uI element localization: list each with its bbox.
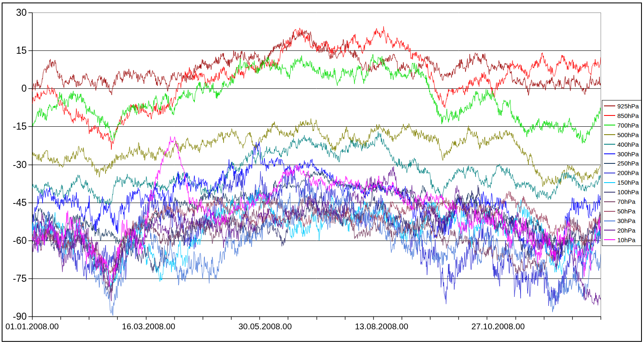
legend-item-200hPa: 200hPa [604,168,641,178]
legend-item-700hPa: 700hPa [604,120,641,130]
legend-item-500hPa: 500hPa [604,130,641,139]
legend-item-100hPa: 100hPa [604,188,641,197]
legend-label: 20hPa [617,227,635,234]
x-axis-tick-label: 27.10.2008.00 [456,322,540,331]
x-axis-tick-label: 13.08.2008.00 [340,322,423,331]
legend-item-50hPa: 50hPa [604,207,641,216]
legend-item-20hPa: 20hPa [604,226,641,235]
y-axis-tick-label: 15 [0,45,27,55]
legend-label: 850hPa [617,112,639,119]
legend-line-swatch [604,239,615,240]
legend: 925hPa850hPa700hPa500hPa400hPa300hPa250h… [602,100,641,246]
legend-line-swatch [604,153,615,154]
legend-line-swatch [604,230,615,231]
plot-canvas [0,0,644,346]
legend-label: 30hPa [617,217,635,224]
legend-item-10hPa: 10hPa [604,235,641,244]
legend-label: 70hPa [617,198,635,205]
legend-label: 300hPa [617,150,639,158]
legend-label: 400hPa [617,141,639,148]
legend-line-swatch [604,144,615,145]
legend-line-swatch [604,211,615,212]
legend-label: 250hPa [617,160,639,167]
x-axis-tick-label: 01.01.2008.00 [0,322,74,331]
temperature-time-series-chart: 30150-15-30-45-60-75-90 01.01.2008.0016.… [0,0,644,346]
legend-line-swatch [604,115,615,116]
y-axis-tick-label: 30 [0,8,27,18]
legend-line-swatch [604,201,615,202]
legend-line-swatch [604,173,615,173]
legend-item-925hPa: 925hPa [604,101,641,110]
legend-label: 100hPa [617,188,639,196]
x-axis-tick-label: 30.05.2008.00 [224,322,307,331]
legend-item-250hPa: 250hPa [604,159,641,168]
legend-label: 50hPa [617,208,635,215]
legend-item-70hPa: 70hPa [604,197,641,206]
legend-item-30hPa: 30hPa [604,216,641,226]
legend-label: 10hPa [617,236,635,243]
y-axis-tick-label: -75 [0,273,27,283]
legend-label: 700hPa [617,122,639,129]
legend-line-swatch [604,182,615,183]
legend-line-swatch [604,221,615,221]
legend-line-swatch [604,192,615,193]
y-axis-tick-label: -90 [0,311,27,321]
legend-line-swatch [604,125,615,125]
y-axis-tick-label: -45 [0,198,27,208]
legend-line-swatch [604,163,615,164]
legend-label: 150hPa [617,179,639,186]
y-axis-tick-label: -60 [0,236,27,246]
legend-label: 200hPa [617,169,639,176]
x-axis-tick-label: 16.03.2008.00 [107,322,190,331]
legend-item-300hPa: 300hPa [604,149,641,158]
legend-item-150hPa: 150hPa [604,178,641,187]
y-axis-tick-label: -30 [0,160,27,170]
legend-line-swatch [604,105,615,106]
legend-label: 925hPa [617,103,639,110]
y-axis-tick-label: -15 [0,121,27,131]
legend-label: 500hPa [617,131,639,138]
legend-item-850hPa: 850hPa [604,111,641,120]
legend-item-400hPa: 400hPa [604,140,641,149]
y-axis-tick-label: 0 [0,83,27,93]
legend-line-swatch [604,134,615,135]
